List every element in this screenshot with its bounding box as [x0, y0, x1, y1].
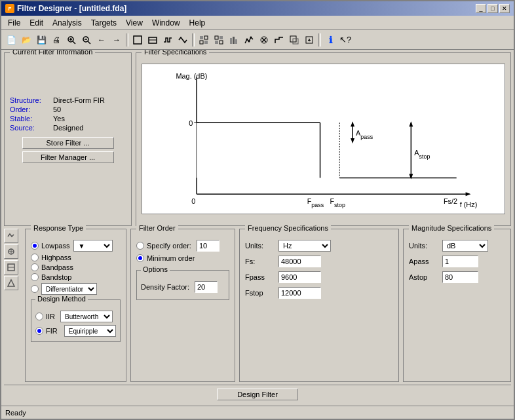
freq-specs-panel: Frequency Specifications Units: Hz kHz M…: [239, 229, 399, 382]
menu-window[interactable]: Window: [148, 17, 184, 29]
menu-file[interactable]: File: [4, 17, 24, 29]
svg-rect-19: [233, 37, 235, 44]
tb-bar1[interactable]: [227, 33, 241, 47]
menu-view[interactable]: View: [122, 17, 147, 29]
differentiator-radio[interactable]: [31, 285, 39, 293]
print-button[interactable]: 🖨: [49, 33, 64, 47]
tb-pole[interactable]: [257, 33, 271, 47]
close-button[interactable]: ✕: [499, 4, 510, 13]
menu-analysis[interactable]: Analysis: [48, 17, 86, 29]
tb-grid1[interactable]: [197, 33, 211, 47]
fstop-input[interactable]: [278, 287, 321, 299]
design-filter-bar: Design Filter: [4, 385, 511, 403]
svg-rect-13: [204, 41, 208, 44]
svg-point-23: [250, 36, 252, 38]
structure-label: Structure:: [10, 96, 49, 104]
back-button[interactable]: ←: [94, 33, 109, 47]
differentiator-dropdown[interactable]: Differentiator: [41, 283, 97, 295]
menu-edit[interactable]: Edit: [26, 17, 47, 29]
fs-input[interactable]: [278, 256, 321, 267]
apass-input[interactable]: [442, 256, 478, 267]
maximize-button[interactable]: □: [487, 4, 498, 13]
info-button[interactable]: ℹ: [323, 33, 337, 47]
main-content: Current Filter Information Structure: Di…: [1, 50, 514, 406]
toolbar: 📄 📂 💾 🖨 ← →: [1, 30, 514, 50]
svg-marker-44: [409, 121, 413, 126]
source-row: Source: Designed: [10, 124, 126, 132]
zero-label: 0: [189, 119, 193, 127]
side-icon-2[interactable]: [4, 244, 18, 259]
filter-specs-title: Filter Specifications: [142, 50, 209, 56]
astop-input[interactable]: [442, 271, 478, 283]
fir-dropdown[interactable]: Equiripple: [64, 325, 116, 337]
toolbar-sep-3: [318, 33, 321, 47]
app-icon: F: [5, 4, 14, 13]
tb-wave2[interactable]: [176, 33, 190, 47]
fs2-axis-label: Fs/2: [444, 197, 457, 205]
mag-units-dropdown[interactable]: dB Linear: [442, 240, 488, 252]
bottom-section: Response Type Lowpass ▼ Highpass Bandpas…: [4, 229, 511, 382]
highpass-radio[interactable]: [31, 254, 39, 261]
iir-row: IIR Butterworth: [35, 311, 116, 322]
bandpass-radio[interactable]: [31, 263, 39, 271]
zoom-out-button[interactable]: [79, 33, 94, 47]
apass-row: Apass: [409, 256, 505, 267]
freq-units-label: Units:: [245, 242, 275, 250]
density-input[interactable]: [195, 281, 218, 293]
svg-point-21: [246, 38, 248, 40]
svg-rect-17: [219, 41, 223, 44]
fir-radio[interactable]: [35, 327, 43, 335]
tb-rect2[interactable]: [145, 33, 160, 47]
freq-units-dropdown[interactable]: Hz kHz MHz Normalized: [278, 240, 331, 252]
tb-rect1[interactable]: [130, 33, 145, 47]
mag-specs-title: Magnitude Specifications: [409, 224, 494, 232]
toolbar-sep-2: [192, 33, 195, 47]
tb-export[interactable]: [302, 33, 316, 47]
tb-grid2[interactable]: [212, 33, 226, 47]
design-filter-button[interactable]: Design Filter: [217, 389, 298, 400]
svg-marker-42: [351, 138, 354, 143]
fs-row: Fs:: [245, 256, 393, 267]
svg-rect-14: [215, 36, 218, 39]
svg-rect-15: [219, 36, 223, 39]
forward-button[interactable]: →: [109, 33, 124, 47]
menu-help[interactable]: Help: [185, 17, 210, 29]
zoom-in-button[interactable]: [64, 33, 79, 47]
filter-order-panel: Filter Order Specify order: Minimum orde…: [130, 229, 235, 382]
fpass-input[interactable]: [278, 271, 321, 283]
save-button[interactable]: 💾: [34, 33, 48, 47]
structure-value: Direct-Form FIR: [53, 96, 105, 104]
iir-dropdown[interactable]: Butterworth: [60, 311, 113, 322]
toolbar-sep-1: [126, 33, 128, 47]
store-filter-button[interactable]: Store Filter ...: [22, 137, 114, 149]
lowpass-dropdown[interactable]: ▼: [73, 240, 113, 252]
specify-order-input[interactable]: [197, 240, 219, 252]
filter-manager-button[interactable]: Filter Manager ...: [22, 151, 114, 163]
tb-step[interactable]: [272, 33, 286, 47]
menu-targets[interactable]: Targets: [87, 17, 121, 29]
side-icon-1[interactable]: [4, 229, 18, 243]
freq-specs-title: Frequency Specifications: [245, 224, 331, 232]
svg-marker-45: [409, 174, 413, 180]
minimize-button[interactable]: _: [476, 4, 486, 13]
current-filter-title: Current Filter Information: [10, 50, 95, 56]
open-button[interactable]: 📂: [19, 33, 33, 47]
svg-rect-11: [204, 36, 208, 39]
lowpass-radio[interactable]: [31, 242, 39, 250]
help-cursor-button[interactable]: ↖?: [338, 33, 353, 47]
bandstop-radio[interactable]: [31, 273, 39, 281]
tb-wave1[interactable]: [161, 33, 175, 47]
side-icon-4[interactable]: [4, 276, 18, 290]
side-icon-3[interactable]: [4, 260, 18, 275]
specify-order-radio[interactable]: [136, 242, 144, 250]
stable-row: Stable: Yes: [10, 115, 126, 123]
iir-radio[interactable]: [35, 313, 43, 320]
svg-rect-28: [293, 39, 298, 44]
fstop-axis-label: Fstop: [330, 197, 345, 208]
tb-overlay[interactable]: [287, 33, 301, 47]
x-axis-label: f (Hz): [460, 200, 478, 208]
current-filter-panel: Current Filter Information Structure: Di…: [4, 52, 132, 226]
tb-bar2[interactable]: [242, 33, 256, 47]
minimum-order-radio[interactable]: [136, 254, 144, 262]
new-button[interactable]: 📄: [4, 33, 18, 47]
